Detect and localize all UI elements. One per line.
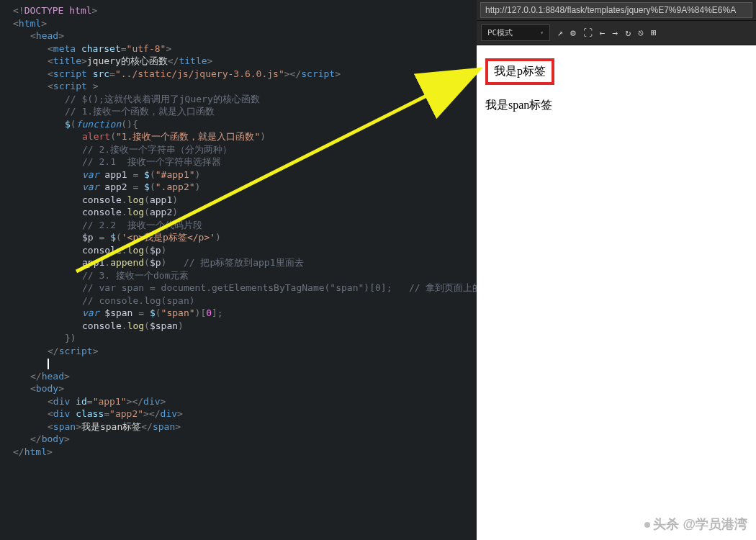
grid-icon[interactable]: ⊞ <box>651 27 657 38</box>
lock-icon[interactable]: ⎋ <box>638 27 644 38</box>
highlighted-p-tag: 我是p标签 <box>485 58 554 85</box>
refresh-icon[interactable]: ↻ <box>625 27 631 38</box>
forward-icon[interactable]: → <box>613 27 618 38</box>
external-icon[interactable]: ↗ <box>557 27 563 38</box>
settings-icon[interactable]: ⚙ <box>570 27 576 38</box>
preview-toolbar: PC模式 ↗ ⚙ ⛶ ← → ↻ ⎋ ⊞ <box>477 21 756 45</box>
watermark: 头杀 @学员港湾 <box>644 516 747 533</box>
cursor-icon <box>48 359 49 369</box>
url-bar <box>477 0 756 21</box>
span-text: 我是span标签 <box>485 98 747 113</box>
mode-select[interactable]: PC模式 <box>481 24 550 41</box>
back-icon[interactable]: ← <box>600 27 606 38</box>
fullscreen-icon[interactable]: ⛶ <box>583 27 593 38</box>
url-input[interactable] <box>480 2 752 18</box>
code-editor[interactable]: <!DOCTYPE html> <html> <head> <meta char… <box>0 0 477 540</box>
preview-content: 我是p标签 我是span标签 <box>477 45 756 540</box>
browser-preview: PC模式 ↗ ⚙ ⛶ ← → ↻ ⎋ ⊞ 我是p标签 我是span标签 <box>477 0 756 540</box>
